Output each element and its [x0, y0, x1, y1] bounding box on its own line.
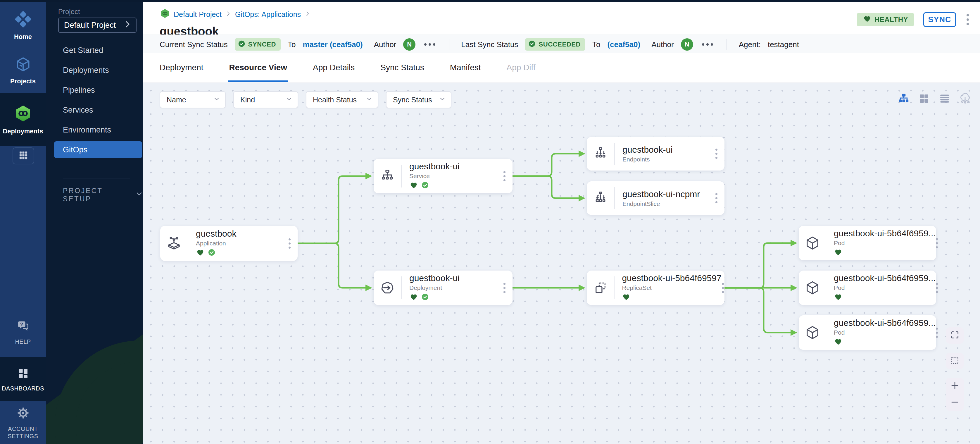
resource-node-deployment[interactable]: guestbook-uiDeployment	[374, 271, 512, 305]
filter-kind[interactable]: Kind	[233, 91, 298, 108]
gitops-logo-icon	[160, 8, 170, 21]
agent-label: Agent:	[739, 40, 761, 49]
current-target-revision-link[interactable]: master (ceaf5a0)	[302, 40, 363, 49]
deployment-icon	[374, 271, 401, 305]
commit-details-ellipsis[interactable]	[422, 41, 437, 48]
node-menu-kebab[interactable]	[708, 137, 724, 170]
chevron-down-icon	[366, 95, 373, 104]
sidebar-item-gitops[interactable]: GitOps	[54, 141, 142, 158]
chevron-down-icon	[439, 95, 446, 104]
zoom-out-button[interactable]	[946, 394, 964, 411]
healthy-heart-icon	[834, 337, 843, 347]
resource-node-app[interactable]: guestbookApplication	[160, 226, 298, 261]
node-menu-kebab[interactable]	[936, 271, 938, 305]
node-menu-kebab[interactable]	[496, 159, 512, 193]
healthy-heart-icon	[196, 248, 205, 258]
sync-button[interactable]: SYNC	[923, 12, 956, 27]
sidebar-item-deployments[interactable]: Deployments	[46, 60, 143, 80]
breadcrumb-link-project[interactable]: Default Project	[173, 10, 222, 19]
marquee-select-button[interactable]	[946, 353, 964, 369]
breadcrumb-separator-icon	[225, 10, 232, 19]
tab-app-details[interactable]: App Details	[313, 53, 355, 82]
pod-icon	[799, 315, 826, 350]
node-menu-kebab[interactable]	[708, 181, 724, 215]
dashboards-tiles-icon	[16, 366, 30, 382]
rail-item-label: HELP	[15, 338, 31, 345]
project-setup-label: PROJECT SETUP	[63, 186, 127, 203]
rail-item-deployments[interactable]: Deployments	[0, 93, 46, 146]
sidebar-item-environments[interactable]: Environments	[46, 120, 143, 140]
filter-sync-status[interactable]: Sync Status	[386, 91, 452, 108]
healthy-heart-icon	[409, 181, 418, 191]
last-target-revision-link[interactable]: (ceaf5a0)	[607, 40, 640, 49]
node-status-icons	[196, 248, 281, 258]
grid-view-toggle[interactable]	[918, 92, 931, 106]
rail-item-projects[interactable]: Projects	[0, 52, 46, 89]
resource-node-pod2[interactable]: guestbook-ui-5b64f6959...Pod	[799, 271, 936, 305]
tree-view-icon	[897, 92, 910, 106]
current-sync-status-label: Current Sync Status	[160, 40, 228, 49]
sidebar-menu: Get StartedDeploymentsPipelinesServicesE…	[46, 40, 143, 160]
fullscreen-button[interactable]	[946, 327, 964, 344]
status-divider	[727, 39, 727, 50]
rail-item-home[interactable]: Home	[0, 7, 46, 44]
list-view-toggle[interactable]	[938, 92, 951, 106]
zoom-panel	[946, 377, 964, 411]
tree-view-toggle[interactable]	[897, 92, 910, 106]
chevron-right-icon	[123, 20, 132, 31]
resource-node-pod3[interactable]: guestbook-ui-5b64f6959...Pod	[799, 315, 936, 350]
module-picker-button[interactable]	[13, 147, 34, 164]
node-kind: Pod	[834, 240, 936, 247]
node-status-icons	[409, 293, 496, 302]
tab-manifest[interactable]: Manifest	[450, 53, 481, 82]
tab-sync-status[interactable]: Sync Status	[380, 53, 424, 82]
resource-node-endpoints[interactable]: guestbook-uiEndpoints	[587, 137, 724, 170]
zoom-in-button[interactable]	[946, 377, 964, 394]
node-menu-kebab[interactable]	[281, 226, 298, 261]
resource-node-replicaset[interactable]: guestbook-ui-5b64f69597ReplicaSet	[587, 271, 724, 305]
node-kind: ReplicaSet	[622, 284, 721, 291]
grid-view-icon	[918, 92, 930, 106]
cloud-view-toggle[interactable]	[958, 92, 972, 106]
resource-node-endpointslice[interactable]: guestbook-ui-ncpmrEndpointSlice	[587, 181, 724, 215]
sidebar-item-get-started[interactable]: Get Started	[46, 40, 143, 60]
filter-health-status[interactable]: Health Status	[306, 91, 378, 108]
window-top-edge	[0, 0, 980, 2]
node-menu-kebab[interactable]	[496, 271, 512, 305]
replicaset-icon	[587, 271, 614, 305]
endpointslice-icon	[587, 181, 614, 215]
service-icon	[374, 159, 401, 193]
breadcrumb-link-applications[interactable]: GitOps: Applications	[235, 10, 301, 19]
tab-deployment[interactable]: Deployment	[160, 53, 203, 82]
rail-item-label: DASHBOARDS	[2, 385, 44, 392]
check-circle-icon	[528, 40, 536, 49]
agent-value: testagent	[768, 40, 799, 49]
chevron-down-icon	[135, 190, 143, 200]
app-menu-kebab[interactable]	[966, 13, 970, 26]
filter-name[interactable]: Name	[160, 91, 226, 108]
node-status-icons	[834, 337, 936, 347]
rail-item-dashboards[interactable]: DASHBOARDS	[0, 357, 46, 401]
synced-check-icon	[421, 181, 429, 190]
health-status-badge: HEALTHY	[857, 13, 914, 26]
pod-icon	[799, 271, 826, 305]
fullscreen-icon	[950, 330, 960, 341]
node-menu-kebab[interactable]	[936, 315, 938, 350]
commit-details-ellipsis[interactable]	[700, 41, 715, 48]
rail-item-help[interactable]: ? HELP	[0, 308, 46, 356]
rail-item-account-settings[interactable]: ACCOUNT SETTINGS	[0, 401, 46, 444]
node-menu-kebab[interactable]	[722, 271, 724, 305]
resource-node-pod1[interactable]: guestbook-ui-5b64f6959...Pod	[799, 226, 936, 260]
node-title: guestbook-ui-5b64f69597	[622, 273, 721, 283]
resource-node-service[interactable]: guestbook-uiService	[374, 159, 512, 193]
tab-app-diff[interactable]: App Diff	[507, 53, 536, 82]
resource-graph-canvas[interactable]	[143, 83, 980, 444]
pod-icon	[799, 226, 826, 260]
node-menu-kebab[interactable]	[936, 226, 938, 260]
tab-resource-view[interactable]: Resource View	[229, 53, 287, 82]
node-kind: EndpointSlice	[622, 201, 708, 207]
project-setup-section[interactable]: PROJECT SETUP	[63, 186, 143, 203]
project-selector[interactable]: Default Project	[58, 18, 137, 33]
sidebar-item-services[interactable]: Services	[46, 100, 143, 120]
sidebar-item-pipelines[interactable]: Pipelines	[46, 80, 143, 100]
